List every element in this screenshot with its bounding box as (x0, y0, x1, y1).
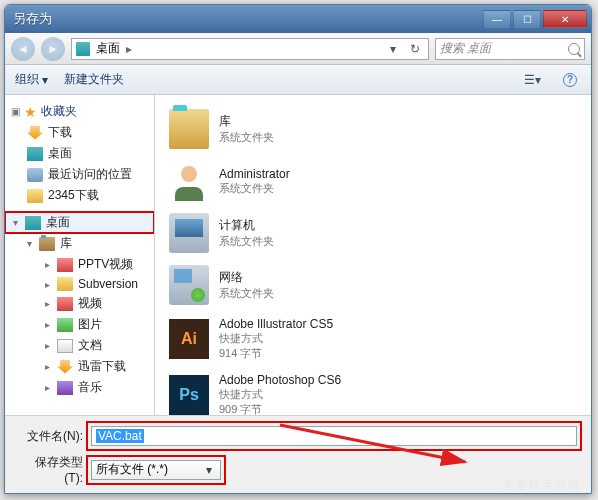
sidebar-item-desktop-current[interactable]: ▾ 桌面 (5, 212, 154, 233)
network-icon (169, 265, 209, 305)
breadcrumb-item[interactable]: 桌面 (94, 40, 122, 57)
list-item[interactable]: Ai Adobe Illustrator CS5快捷方式914 字节 (165, 311, 581, 367)
refresh-icon[interactable]: ↻ (406, 42, 424, 56)
dropdown-icon[interactable]: ▾ (384, 42, 402, 56)
filename-input[interactable]: VAC.bat (91, 426, 577, 446)
sidebar-item-docs[interactable]: ▸文档 (5, 335, 154, 356)
filetype-label: 保存类型(T): (17, 454, 83, 485)
list-item[interactable]: 库系统文件夹 (165, 103, 581, 155)
new-folder-button[interactable]: 新建文件夹 (64, 71, 124, 88)
search-input[interactable]: 搜索 桌面 (435, 38, 585, 60)
expand-icon[interactable]: ▾ (25, 238, 34, 249)
list-item[interactable]: 网络系统文件夹 (165, 259, 581, 311)
collapse-icon: ▣ (11, 106, 20, 117)
recent-icon (27, 168, 43, 182)
search-placeholder: 搜索 桌面 (440, 40, 491, 57)
nav-back-button[interactable]: ◄ (11, 37, 35, 61)
desktop-icon (25, 216, 41, 230)
command-toolbar: 组织▾ 新建文件夹 ☰▾ ? (5, 65, 591, 95)
sidebar-item-music[interactable]: ▸音乐 (5, 377, 154, 398)
desktop-icon (27, 147, 43, 161)
list-item[interactable]: Administrator系统文件夹 (165, 155, 581, 207)
view-options-button[interactable]: ☰▾ (521, 69, 543, 91)
nav-forward-button[interactable]: ► (41, 37, 65, 61)
filename-label: 文件名(N): (17, 428, 83, 445)
image-icon (57, 318, 73, 332)
libraries-icon (169, 109, 209, 149)
sidebar-item-desktop[interactable]: 桌面 (5, 143, 154, 164)
file-list[interactable]: 库系统文件夹 Administrator系统文件夹 计算机系统文件夹 网络系统文… (155, 95, 591, 415)
watermark-text: 美爱杯手游网 (502, 477, 580, 495)
desktop-icon (76, 42, 90, 56)
user-icon (169, 161, 209, 201)
sidebar-item-2345[interactable]: 2345下载 (5, 185, 154, 206)
document-icon (57, 339, 73, 353)
favorites-header[interactable]: ▣ ★ 收藏夹 (5, 101, 154, 122)
sidebar-item-xunlei[interactable]: ▸迅雷下载 (5, 356, 154, 377)
music-icon (57, 381, 73, 395)
sidebar-item-pictures[interactable]: ▸图片 (5, 314, 154, 335)
library-icon (39, 237, 55, 251)
navigation-bar: ◄ ► 桌面 ▸ ▾ ↻ 搜索 桌面 (5, 33, 591, 65)
filetype-combo[interactable]: 所有文件 (*.*) ▾ (91, 460, 221, 480)
download-icon (57, 360, 73, 374)
save-as-dialog: 另存为 — ☐ ✕ ◄ ► 桌面 ▸ ▾ ↻ 搜索 桌面 组织▾ 新建文件夹 ☰… (4, 4, 592, 494)
sidebar-item-pptv[interactable]: ▸PPTV视频 (5, 254, 154, 275)
title-bar: 另存为 — ☐ ✕ (5, 5, 591, 33)
video-icon (57, 258, 73, 272)
photoshop-icon: Ps (169, 375, 209, 415)
body-area: ▣ ★ 收藏夹 下载 桌面 最近访问的位置 2345下载 ▾ 桌面 ▾ (5, 95, 591, 415)
star-icon: ★ (24, 104, 37, 120)
list-item[interactable]: Ps Adobe Photoshop CS6快捷方式909 字节 (165, 367, 581, 415)
sidebar-item-downloads[interactable]: 下载 (5, 122, 154, 143)
video-icon (57, 297, 73, 311)
navigation-pane: ▣ ★ 收藏夹 下载 桌面 最近访问的位置 2345下载 ▾ 桌面 ▾ (5, 95, 155, 415)
illustrator-icon: Ai (169, 319, 209, 359)
list-item[interactable]: 计算机系统文件夹 (165, 207, 581, 259)
maximize-button[interactable]: ☐ (513, 10, 541, 28)
minimize-button[interactable]: — (483, 10, 511, 28)
window-title: 另存为 (13, 10, 483, 28)
sidebar-item-libraries[interactable]: ▾ 库 (5, 233, 154, 254)
expand-icon[interactable]: ▾ (11, 217, 20, 228)
search-icon (568, 43, 580, 55)
chevron-down-icon: ▾ (202, 463, 216, 477)
close-button[interactable]: ✕ (543, 10, 587, 28)
sidebar-item-video[interactable]: ▸视频 (5, 293, 154, 314)
help-button[interactable]: ? (559, 69, 581, 91)
sidebar-item-svn[interactable]: ▸Subversion (5, 275, 154, 293)
sidebar-item-recent[interactable]: 最近访问的位置 (5, 164, 154, 185)
organize-button[interactable]: 组织▾ (15, 71, 48, 88)
address-bar[interactable]: 桌面 ▸ ▾ ↻ (71, 38, 429, 60)
folder-icon (57, 277, 73, 291)
download-icon (27, 126, 43, 140)
chevron-right-icon: ▸ (126, 42, 132, 56)
folder-icon (27, 189, 43, 203)
computer-icon (169, 213, 209, 253)
